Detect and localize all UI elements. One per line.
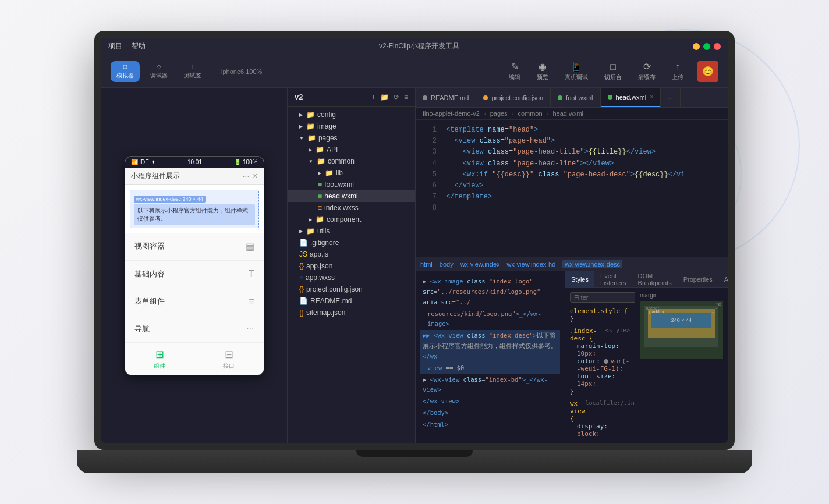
styles-tab-event-listeners[interactable]: Event Listeners <box>594 271 632 287</box>
upload-label: 上传 <box>672 73 683 81</box>
file-item-sitemap[interactable]: {} sitemap.json <box>288 307 415 318</box>
background-icon: □ <box>610 62 616 72</box>
laptop-base <box>77 450 752 473</box>
breadcrumb-part-1[interactable]: pages <box>490 110 508 117</box>
file-icon-index-wxss: ≡ <box>318 204 322 212</box>
background-action[interactable]: □ 切后台 <box>597 59 629 84</box>
code-line-3: 3 <view class="page-head-title">{{title}… <box>416 147 728 158</box>
file-item-foot-wxml[interactable]: ■ foot.wxml <box>288 179 415 190</box>
file-item-index-wxss[interactable]: ≡ index.wxss <box>288 202 415 214</box>
styles-tab-styles[interactable]: Styles <box>565 271 594 287</box>
tab-label-foot-wxml: foot.wxml <box>566 94 593 101</box>
file-item-app-wxss[interactable]: ≡ app.wxss <box>288 272 415 283</box>
code-editor[interactable]: 1 <template name="head"> 2 <view class="… <box>416 120 728 257</box>
file-item-head-wxml[interactable]: ■ head.wxml <box>288 190 415 202</box>
menu-item-help[interactable]: 帮助 <box>132 41 146 51</box>
tab-icon-foot-wxml <box>558 95 562 100</box>
upload-action[interactable]: ↑ 上传 <box>665 59 690 84</box>
css-prop-font-size: font-size: 14px; <box>577 372 630 388</box>
arrow-config: ▶ <box>299 112 303 118</box>
padding-value: - <box>712 309 714 314</box>
line-num-3: 3 <box>420 147 437 158</box>
phone-menu-icon-2: ≡ <box>249 296 254 307</box>
file-item-component[interactable]: ▶ 📁 component <box>288 214 415 225</box>
test-sign-button[interactable]: ↑ 测试签 <box>178 61 207 82</box>
file-item-readme[interactable]: 📄 README.md <box>288 295 415 307</box>
phone-close-icon[interactable]: × <box>253 171 257 180</box>
styles-tab-accessibility[interactable]: Accessibility <box>718 271 728 287</box>
phone-menu-item-3[interactable]: 导航 ··· <box>125 315 264 343</box>
filter-row: :hov .cls + <box>570 292 630 303</box>
file-name-app-wxss: app.wxss <box>306 274 335 282</box>
file-item-lib[interactable]: ▶ 📁 lib <box>288 167 415 179</box>
device-debug-label: 真机调试 <box>565 73 588 81</box>
styles-tab-properties[interactable]: Properties <box>678 271 718 287</box>
new-folder-icon[interactable]: 📁 <box>380 93 389 101</box>
simulator-button[interactable]: □ 模拟器 <box>111 61 140 82</box>
tab-readme[interactable]: README.md <box>416 88 476 107</box>
styles-tab-dom-breakpoints[interactable]: DOM Breakpoints <box>632 271 678 287</box>
css-rule-wx-view: wx-view { localfile:/.index.css:2 displa… <box>570 400 630 438</box>
phone-device: 📶 IDE ✦ 10:01 🔋 100% 小程序组件展示 ··· × <box>125 156 264 375</box>
tab-head-wxml[interactable]: head.wxml × <box>601 88 661 107</box>
avatar-button[interactable]: 😊 <box>697 61 718 82</box>
styles-left: :hov .cls + element.style { <box>565 288 635 443</box>
css-prop-margin-top: margin-top: 10px; <box>577 342 630 357</box>
path-index-hd[interactable]: wx-view.index-hd <box>507 261 556 268</box>
phone-menu-icon-3: ··· <box>246 324 254 334</box>
tab-label-readme: README.md <box>431 94 469 101</box>
tab-more[interactable]: ··· <box>661 88 681 107</box>
file-item-app-js[interactable]: JS app.js <box>288 249 415 260</box>
html-node-img: ▶ <wx-image class="index-logo" src="../r… <box>420 276 560 308</box>
file-item-image[interactable]: ▶ 📁 image <box>288 120 415 132</box>
filter-input[interactable] <box>570 292 635 303</box>
breadcrumb-part-3[interactable]: head.wxml <box>552 110 583 117</box>
edit-action[interactable]: ✎ 编辑 <box>502 59 527 84</box>
path-index-desc[interactable]: wx-view.index-desc <box>562 260 622 268</box>
phone-menu-item-2[interactable]: 表单组件 ≡ <box>125 288 264 315</box>
phone-menu-label-3: 导航 <box>134 324 150 334</box>
phone-menu-item-0[interactable]: 视图容器 ▤ <box>125 233 264 261</box>
tab-foot-wxml[interactable]: foot.wxml <box>551 88 600 107</box>
breadcrumb-part-0[interactable]: fino-applet-demo-v2 <box>423 110 480 117</box>
file-item-pages[interactable]: ▼ 📁 pages <box>288 132 415 144</box>
file-item-app-json[interactable]: {} app.json <box>288 260 415 272</box>
tab-project-config[interactable]: project.config.json <box>476 88 551 107</box>
maximize-button[interactable] <box>703 43 710 50</box>
html-node-desc[interactable]: ▶▶ <wx-view class="index-desc">以下将展示小程序官… <box>420 330 560 363</box>
file-item-project-config[interactable]: {} project.config.json <box>288 283 415 295</box>
new-file-icon[interactable]: + <box>371 93 375 101</box>
code-line-8: 8 <box>416 203 728 214</box>
path-html[interactable]: html <box>420 261 433 268</box>
file-item-common[interactable]: ▼ 📁 common <box>288 155 415 167</box>
device-debug-action[interactable]: 📱 真机调试 <box>558 59 595 84</box>
path-index[interactable]: wx-view.index <box>460 261 500 268</box>
refresh-icon[interactable]: ⟳ <box>394 93 399 101</box>
laptop-screen: 项目 帮助 v2-FinClip小程序开发工具 □ <box>101 38 728 443</box>
menu-item-project[interactable]: 项目 <box>108 41 122 51</box>
breadcrumb-part-2[interactable]: common <box>518 110 542 117</box>
file-item-config[interactable]: ▶ 📁 config <box>288 109 415 120</box>
phone-title-text: 小程序组件展示 <box>131 171 180 181</box>
line-num-8: 8 <box>420 203 437 214</box>
preview-action[interactable]: ◉ 预览 <box>530 59 555 84</box>
file-item-api[interactable]: ▶ 📁 API <box>288 144 415 155</box>
devtools-content: ▶ <wx-image class="index-logo" src="../r… <box>416 271 728 443</box>
phone-menu-item-1[interactable]: 基础内容 T <box>125 261 264 288</box>
debugger-button[interactable]: ◇ 调试器 <box>144 61 173 82</box>
close-button[interactable] <box>714 43 721 50</box>
phone-menu-icon[interactable]: ··· <box>243 171 250 180</box>
file-item-gitignore[interactable]: 📄 .gitignore <box>288 237 415 249</box>
minimize-button[interactable] <box>693 43 700 50</box>
file-item-utils[interactable]: ▶ 📁 utils <box>288 225 415 237</box>
clear-cache-action[interactable]: ⟳ 清缓存 <box>631 59 663 84</box>
collapse-icon[interactable]: ≡ <box>404 93 408 101</box>
file-name-app-js: app.js <box>310 250 328 258</box>
phone-nav-api[interactable]: ⊟ 接口 <box>194 343 264 375</box>
breadcrumb-bar: fino-applet-demo-v2 › pages › common › h… <box>416 108 728 120</box>
phone-nav-components[interactable]: ⊞ 组件 <box>125 343 194 375</box>
path-body[interactable]: body <box>440 261 454 268</box>
line-num-5: 5 <box>420 169 437 180</box>
tab-close-head-wxml[interactable]: × <box>650 94 653 100</box>
file-icon-project-config: {} <box>299 285 304 293</box>
